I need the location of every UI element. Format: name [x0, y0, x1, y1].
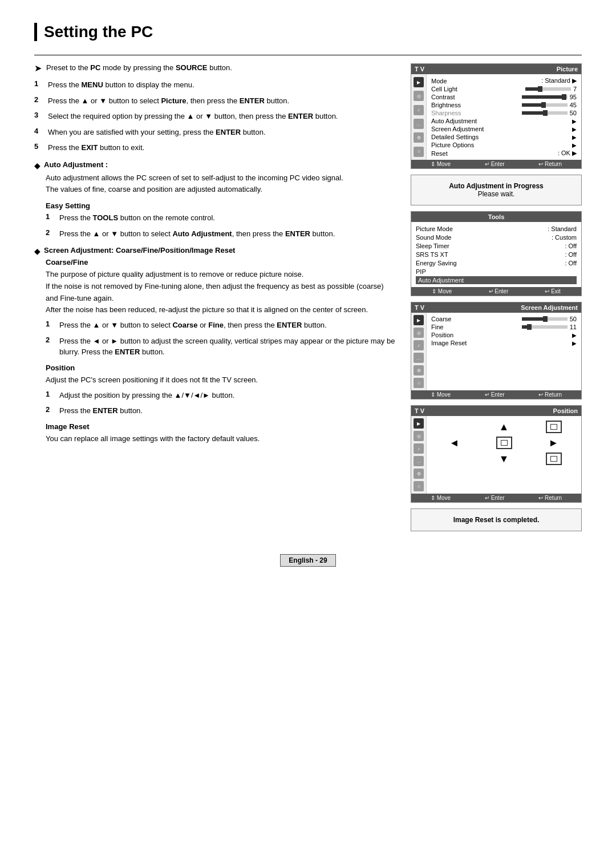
coarse-bar: 50: [522, 316, 577, 322]
pos-icon-5: ⚙: [414, 469, 424, 479]
auto-adjustment-title: Auto Adjustment :: [44, 160, 108, 169]
position-panel: T V Position ▶ ◎ ♪ … ⚙ ☆: [411, 405, 582, 503]
tv-icons-col: ▶ ◎ ♪ … ⚙ ☆: [411, 74, 427, 160]
position-steps: 1 Adjust the position by pressing the ▲/…: [46, 390, 397, 417]
coarse-step-2: 2 Press the ◄ or ► button to adjust the …: [46, 336, 397, 358]
easy-step-num-2: 2: [46, 228, 55, 237]
sa-position-arrow: ▶: [572, 332, 577, 338]
screen-adj-row-imgreset: Image Reset ▶: [431, 339, 577, 347]
position-icons: ▶ ◎ ♪ … ⚙ ☆: [411, 416, 427, 494]
pos-down-arrow: ▼: [499, 453, 509, 465]
contrast-track: [522, 95, 568, 99]
celllight-val: 7: [573, 86, 577, 92]
auto-adjustment-header: ◆ Auto Adjustment :: [34, 160, 397, 170]
step-3: 3 Select the required option by pressing…: [34, 111, 397, 122]
pos-step-1: 1 Adjust the position by pressing the ▲/…: [46, 390, 397, 401]
tv-icon-2: ◎: [414, 91, 424, 101]
fine-bar: 11: [522, 324, 577, 330]
sa-imgreset-label: Image Reset: [431, 340, 467, 346]
left-content: ➤ Preset to the PC mode by pressing the …: [34, 63, 397, 531]
step-text-2: Press the ▲ or ▼ button to select Pictur…: [48, 95, 289, 107]
picture-panel-header: T V Picture: [411, 64, 581, 74]
coarse-step-1: 1 Press the ▲ or ▼ button to select Coar…: [46, 320, 397, 331]
picture-row-auto: Auto Adjustment ▶: [431, 117, 577, 125]
tools-energy-val: : Off: [565, 260, 577, 266]
picture-row-mode: Mode : Standard ▶: [431, 76, 577, 85]
sa-position-label: Position: [431, 332, 453, 338]
picture-auto-label: Auto Adjustment: [431, 118, 477, 124]
step-text-5: Press the EXIT button to exit.: [48, 142, 144, 154]
picture-reset-label: Reset: [431, 150, 448, 157]
step-num-5: 5: [34, 142, 43, 151]
arrow-marker: ➤: [34, 63, 42, 74]
coarse-track: [522, 317, 568, 321]
tv-icon-1: ▶: [414, 77, 424, 87]
screen-adj-header-tv: T V: [415, 304, 424, 311]
pos-inner-box-tr: [550, 424, 557, 430]
tools-body: Picture Mode : Standard Sound Mode : Cus…: [411, 222, 581, 287]
picture-panel-rows: Mode : Standard ▶ Cell Light 7: [427, 74, 581, 160]
picture-auto-arrow: ▶: [572, 118, 577, 124]
numbered-steps: 1 Press the MENU button to display the m…: [34, 79, 397, 154]
screen-icon-2: ◎: [414, 328, 424, 338]
tools-footer-enter: ↵ Enter: [489, 288, 509, 294]
sharpness-track: [522, 111, 568, 115]
screen-adj-row-fine: Fine 11: [431, 323, 577, 331]
celllight-bar: 7: [525, 86, 577, 92]
tools-srs-val: : Off: [565, 251, 577, 258]
easy-setting-steps: 1 Press the TOOLS button on the remote c…: [46, 212, 397, 239]
picture-header-title: Picture: [557, 66, 578, 72]
position-body: Adjust the PC's screen positioning if it…: [46, 374, 397, 386]
screen-adjustment-header: ◆ Screen Adjustment: Coarse/Fine/Positio…: [34, 246, 397, 256]
page-container: Setting the PC ➤ Preset to the PC mode b…: [34, 23, 582, 567]
position-header-title: Position: [553, 407, 578, 414]
image-reset-title: Image Reset: [46, 422, 397, 431]
coarse-step-text-2: Press the ◄ or ► button to adjust the sc…: [59, 336, 397, 358]
diamond-icon-1: ◆: [34, 161, 40, 170]
fine-track: [522, 325, 568, 329]
coarse-step-num-2: 2: [46, 336, 55, 344]
step-4: 4 When you are satisfied with your setti…: [34, 127, 397, 138]
sharpness-val: 50: [570, 110, 577, 116]
auto-adj-subtitle: Please wait.: [420, 190, 572, 198]
intro-line: ➤ Preset to the PC mode by pressing the …: [34, 63, 397, 74]
pos-step-num-1: 1: [46, 390, 55, 398]
pos-up-arrow: ▲: [499, 421, 509, 433]
step-num-4: 4: [34, 127, 43, 135]
picture-reset-value: : OK ▶: [558, 150, 577, 157]
picture-footer-enter: ↵ Enter: [485, 161, 505, 167]
pos-step-text-1: Adjust the position by pressing the ▲/▼/…: [59, 390, 234, 401]
tools-soundmode-label: Sound Mode: [416, 234, 451, 241]
pos-right-arrow: ►: [549, 437, 559, 449]
tools-row-soundmode: Sound Mode : Custom: [416, 233, 577, 241]
step-text-3: Select the required option by pressing t…: [48, 111, 338, 122]
sharpness-fill: [522, 111, 545, 115]
screen-icon-1: ▶: [414, 315, 424, 325]
brightness-fill: [522, 103, 542, 107]
screen-icon-3: ♪: [414, 340, 424, 350]
footer-badge: English - 29: [280, 554, 335, 567]
step-text-1: Press the MENU button to display the men…: [48, 79, 194, 91]
screen-icon-4: …: [414, 353, 424, 363]
step-text-4: When you are satisfied with your setting…: [48, 127, 266, 138]
tools-row-energy: Energy Saving : Off: [416, 259, 577, 267]
picture-contrast-label: Contrast: [431, 94, 455, 100]
picture-options-label: Picture Options: [431, 142, 474, 148]
intro-text: Preset to the PC mode by pressing the SO…: [46, 63, 232, 72]
easy-step-1: 1 Press the TOOLS button on the remote c…: [46, 212, 397, 224]
coarse-step-num-1: 1: [46, 320, 55, 328]
picture-row-reset: Reset : OK ▶: [431, 149, 577, 158]
picture-footer-move: ⇕ Move: [431, 161, 451, 167]
tools-panel: Tools Picture Mode : Standard Sound Mode…: [411, 211, 582, 296]
step-num-1: 1: [34, 79, 43, 88]
easy-setting-title: Easy Setting: [46, 201, 397, 210]
screen-adj-header-title: Screen Adjustment: [521, 304, 578, 311]
pos-bottom-right-box: [546, 453, 562, 465]
picture-detailed-label: Detailed Settings: [431, 134, 479, 140]
screen-adj-icons: ▶ ◎ ♪ … ⚙ ☆: [411, 313, 427, 390]
step-num-2: 2: [34, 95, 43, 104]
coarse-label: Coarse: [431, 316, 451, 322]
easy-step-num-1: 1: [46, 212, 55, 221]
picture-screen-arrow: ▶: [572, 126, 577, 132]
pos-icon-6: ☆: [414, 481, 424, 491]
